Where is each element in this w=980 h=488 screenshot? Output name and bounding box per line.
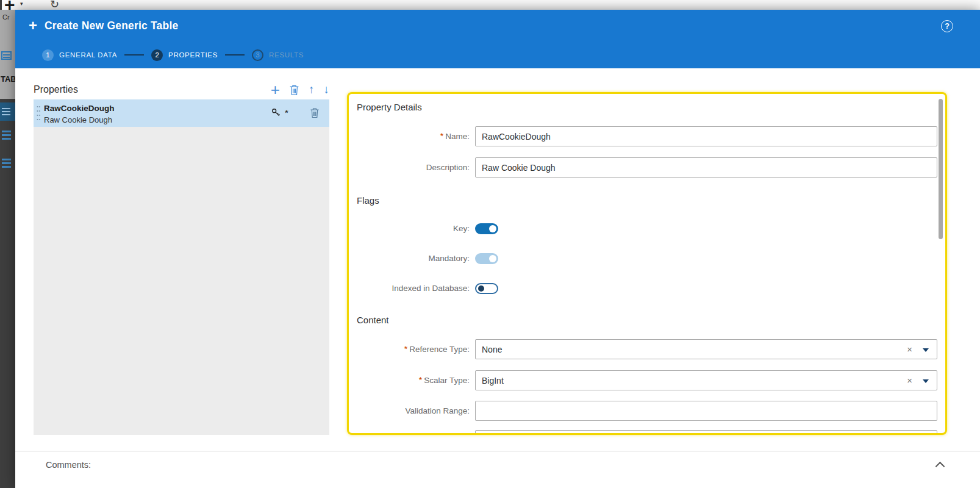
next-field-partial (475, 430, 937, 435)
table-grid-icon[interactable] (1, 51, 12, 60)
clear-icon[interactable]: × (907, 344, 912, 354)
section-content: Content (357, 315, 389, 325)
move-down-button[interactable]: ↓ (324, 83, 330, 96)
indexed-toggle[interactable] (475, 283, 498, 294)
plus-icon: + (29, 18, 37, 33)
refresh-icon[interactable]: ↻ (50, 0, 59, 10)
sidebar-selected-item[interactable] (0, 102, 15, 121)
footer-divider (15, 451, 980, 451)
chevron-down-icon[interactable] (923, 379, 929, 383)
step-connector (124, 54, 144, 56)
background-sidebar-bottom (0, 99, 15, 488)
validation-range-label: Validation Range: (349, 401, 470, 421)
sidebar-list-icon[interactable] (2, 159, 11, 168)
section-flags: Flags (357, 195, 379, 206)
dialog-title: Create New Generic Table (45, 20, 178, 32)
delete-item-icon[interactable] (310, 107, 320, 118)
required-marker: * (440, 131, 443, 141)
mandatory-label: Mandatory: (349, 253, 470, 264)
properties-list: RawCookieDough Raw Cookie Dough * (34, 99, 329, 435)
description-input[interactable] (475, 157, 937, 178)
scalar-type-value: BigInt (482, 376, 504, 386)
step-properties[interactable]: 2 PROPERTIES (151, 49, 218, 61)
create-generic-table-dialog: + Create New Generic Table ? 1 GENERAL D… (15, 10, 980, 488)
property-flags: * (271, 107, 288, 118)
wizard-steps: 1 GENERAL DATA 2 PROPERTIES 3 RESULTS (15, 41, 980, 68)
add-icon[interactable]: + (4, 0, 15, 10)
required-marker: * (404, 344, 407, 354)
dialog-header: + Create New Generic Table ? (15, 10, 980, 41)
scalar-type-label: *Scalar Type: (349, 370, 470, 390)
key-toggle[interactable] (475, 223, 498, 234)
move-up-button[interactable]: ↑ (309, 83, 315, 96)
clear-icon[interactable]: × (907, 375, 912, 386)
step-label: GENERAL DATA (59, 51, 117, 59)
required-marker: * (419, 375, 422, 385)
drag-handle-icon[interactable] (36, 104, 41, 123)
reference-type-value: None (482, 345, 502, 354)
key-icon (271, 108, 281, 117)
sidebar-list-icon[interactable] (2, 131, 11, 140)
collapse-chevron-up-icon[interactable] (935, 462, 945, 472)
property-list-item-selected[interactable]: RawCookieDough Raw Cookie Dough * (34, 99, 329, 127)
chevron-down-icon[interactable] (923, 348, 929, 352)
window-edge (0, 0, 2, 10)
indexed-label: Indexed in Database: (349, 283, 470, 294)
delete-property-button[interactable] (289, 84, 299, 96)
key-label: Key: (349, 223, 470, 234)
reference-type-label: *Reference Type: (349, 339, 470, 359)
step-results[interactable]: 3 RESULTS (252, 49, 304, 61)
scalar-type-select[interactable]: BigInt × (475, 370, 937, 390)
section-property-details: Property Details (357, 102, 422, 112)
mandatory-toggle (475, 253, 498, 264)
help-icon[interactable]: ? (941, 20, 953, 32)
background-sidebar: Cr TAB (0, 10, 15, 488)
properties-list-header: Properties + ↑ ↓ (34, 81, 329, 99)
step-general-data[interactable]: 1 GENERAL DATA (42, 49, 117, 61)
name-input[interactable] (475, 126, 937, 146)
step-connector (225, 54, 245, 56)
panel-scrollbar[interactable] (939, 99, 943, 239)
clipped-create-label: Cr (2, 13, 10, 21)
description-label: Description: (349, 157, 470, 178)
required-marker: * (285, 107, 288, 118)
step-number: 3 (252, 49, 263, 61)
caret-down-icon[interactable]: ▾ (20, 1, 23, 7)
properties-title: Properties (34, 84, 262, 95)
step-label: PROPERTIES (168, 51, 218, 59)
validation-range-input[interactable] (475, 401, 937, 421)
add-property-button[interactable]: + (271, 84, 280, 96)
step-label: RESULTS (269, 51, 304, 59)
name-label: *Name: (349, 126, 470, 146)
background-sidebar-top: Cr TAB (0, 10, 15, 99)
application-window: + ▾ ↻ Cr TAB + Create New Generic Table … (0, 0, 980, 488)
background-toolbar: + ▾ ↻ (0, 0, 980, 10)
reference-type-select[interactable]: None × (475, 339, 937, 359)
step-number: 2 (151, 49, 163, 61)
property-details-panel: Property Details *Name: Description: Fla… (347, 92, 947, 435)
clipped-tables-label: TAB (1, 74, 15, 84)
step-number: 1 (42, 49, 54, 61)
comments-label: Comments: (46, 460, 91, 470)
